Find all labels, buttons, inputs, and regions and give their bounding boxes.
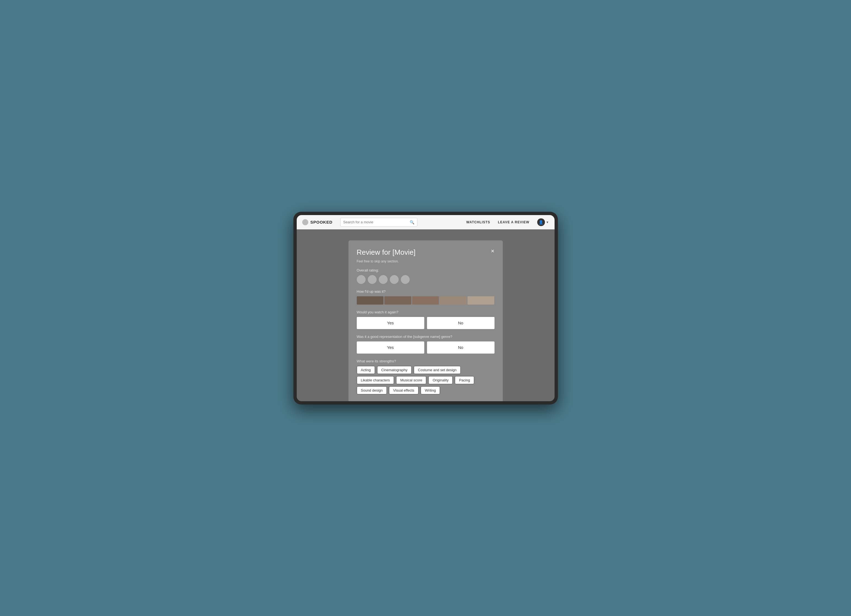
user-icon: 👤 [537, 218, 545, 226]
fud-segment-1[interactable] [357, 296, 384, 305]
watch-again-yes-button[interactable]: Yes [357, 317, 424, 329]
nav-links: WATCHLISTS LEAVE A REVIEW 👤 ▼ [466, 218, 549, 226]
fud-segment-2[interactable] [384, 296, 411, 305]
star-2[interactable] [368, 275, 377, 284]
watch-again-section: Would you watch it again? Yes No [357, 310, 495, 329]
genre-yes-button[interactable]: Yes [357, 341, 424, 353]
genre-buttons: Yes No [357, 341, 495, 353]
tablet-frame: SPOOKED 🔍 WATCHLISTS LEAVE A REVIEW 👤 ▼ [293, 212, 558, 404]
watch-again-label: Would you watch it again? [357, 310, 495, 314]
modal-header: Review for [Movie] × [357, 248, 495, 257]
fud-segment-5[interactable] [468, 296, 495, 305]
overall-rating-label: Overall rating: [357, 268, 495, 272]
modal-subtitle: Feel free to skip any section. [357, 259, 495, 263]
watch-again-buttons: Yes No [357, 317, 495, 329]
brand-logo [302, 219, 308, 225]
search-input[interactable] [343, 220, 408, 224]
strength-tag-5[interactable]: Originality [429, 376, 453, 384]
strengths-tags: ActingCinematographyCostume and set desi… [357, 366, 495, 394]
close-button[interactable]: × [491, 248, 495, 254]
leave-review-link[interactable]: LEAVE A REVIEW [498, 220, 529, 224]
strength-tag-1[interactable]: Cinematography [377, 366, 412, 374]
fud-segment-3[interactable] [412, 296, 439, 305]
chevron-down-icon: ▼ [546, 221, 549, 224]
genre-section: Was it a good representation of the [sub… [357, 335, 495, 353]
fud-row [357, 296, 495, 305]
strengths-section: What were its strengths? ActingCinematog… [357, 359, 495, 394]
search-bar[interactable]: 🔍 [340, 218, 417, 227]
star-1[interactable] [357, 275, 365, 284]
modal-title: Review for [Movie] [357, 248, 416, 257]
overall-rating-section: Overall rating: [357, 268, 495, 284]
strength-tag-3[interactable]: Likable characters [357, 376, 394, 384]
fud-section: How f'd up was it? [357, 289, 495, 305]
brand: SPOOKED [302, 219, 332, 225]
review-modal: Review for [Movie] × Feel free to skip a… [349, 240, 503, 401]
genre-label: Was it a good representation of the [sub… [357, 335, 495, 339]
tablet-screen: SPOOKED 🔍 WATCHLISTS LEAVE A REVIEW 👤 ▼ [297, 215, 555, 401]
strength-tag-7[interactable]: Sound design [357, 386, 387, 394]
stars-row [357, 275, 495, 284]
navbar: SPOOKED 🔍 WATCHLISTS LEAVE A REVIEW 👤 ▼ [297, 215, 555, 229]
user-area[interactable]: 👤 ▼ [537, 218, 549, 226]
star-4[interactable] [390, 275, 398, 284]
brand-name: SPOOKED [310, 220, 332, 224]
strengths-label: What were its strengths? [357, 359, 495, 363]
search-icon: 🔍 [410, 220, 414, 224]
watch-again-no-button[interactable]: No [427, 317, 495, 329]
star-3[interactable] [379, 275, 388, 284]
fud-segment-4[interactable] [440, 296, 467, 305]
main-content: Review for [Movie] × Feel free to skip a… [297, 229, 555, 401]
strength-tag-0[interactable]: Acting [357, 366, 375, 374]
watchlists-link[interactable]: WATCHLISTS [466, 220, 490, 224]
strength-tag-4[interactable]: Musical score [396, 376, 426, 384]
strength-tag-9[interactable]: Writing [421, 386, 440, 394]
strength-tag-6[interactable]: Pacing [455, 376, 474, 384]
strength-tag-2[interactable]: Costume and set design [414, 366, 461, 374]
genre-no-button[interactable]: No [427, 341, 495, 353]
star-5[interactable] [401, 275, 410, 284]
strength-tag-8[interactable]: Visual effects [389, 386, 418, 394]
fud-label: How f'd up was it? [357, 289, 495, 293]
